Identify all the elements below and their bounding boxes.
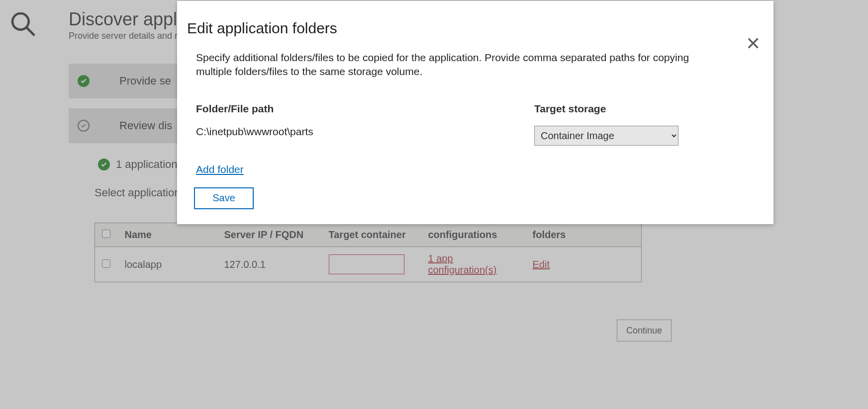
edit-application-folders-modal: Edit application folders ✕ Specify addit… xyxy=(177,1,773,224)
close-icon[interactable]: ✕ xyxy=(746,35,761,53)
column-folder-path: Folder/File path xyxy=(196,103,534,115)
folder-path-value: C:\inetpub\wwwroot\parts xyxy=(196,126,534,146)
add-folder-link[interactable]: Add folder xyxy=(196,164,244,175)
save-button[interactable]: Save xyxy=(194,187,254,209)
modal-description: Specify additional folders/files to be c… xyxy=(196,51,718,79)
column-target-storage: Target storage xyxy=(534,103,683,115)
target-storage-select[interactable]: Container Image xyxy=(534,126,678,146)
modal-title: Edit application folders xyxy=(187,20,756,37)
